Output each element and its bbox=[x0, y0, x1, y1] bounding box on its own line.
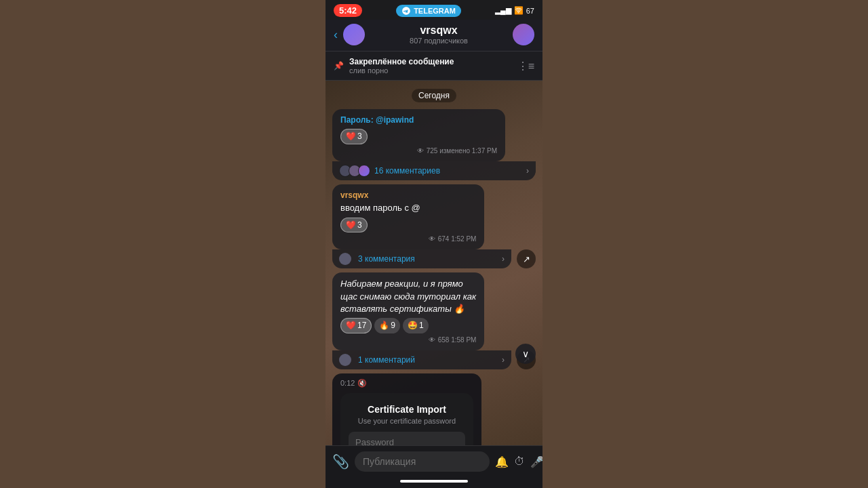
comment-avatar-1c bbox=[358, 165, 370, 177]
reaction-count-3b: 9 bbox=[391, 320, 395, 331]
reaction-heart-1[interactable]: ❤️ 3 bbox=[340, 129, 368, 144]
reaction-count-3c: 1 bbox=[419, 320, 424, 331]
message-bubble-3: Набираем реакции, и я прямо щас снимаю с… bbox=[332, 272, 484, 350]
meta-text-2: 674 1:52 PM bbox=[438, 235, 477, 244]
reaction-star-3[interactable]: 🤩 1 bbox=[403, 318, 429, 333]
input-bar: 📎 🔔 ⏱ 🎤 bbox=[326, 445, 542, 477]
msg-text-3: Набираем реакции, и я прямо щас снимаю с… bbox=[340, 278, 476, 315]
comment-chevron-2: › bbox=[502, 254, 505, 264]
video-message: 0:12 🔇 Certificate Import Use your certi… bbox=[332, 373, 481, 445]
bubble-content-2: vrsqwx вводим пароль с @ ❤️ 3 👁 674 1:52… bbox=[332, 184, 484, 250]
comment-text-1: 16 комментариев bbox=[374, 166, 522, 176]
pin-icon: 📌 bbox=[334, 61, 344, 70]
msg-text-2: вводим пароль с @ bbox=[340, 202, 476, 214]
reactions-1: ❤️ 3 bbox=[340, 129, 497, 144]
signal-icon: ▂▄▆ bbox=[495, 6, 511, 15]
message-3: Набираем реакции, и я прямо щас снимаю с… bbox=[332, 272, 511, 369]
comment-text-3: 1 комментарий bbox=[358, 355, 498, 365]
user-avatar bbox=[513, 24, 534, 45]
msg-sender-2: vrsqwx bbox=[340, 190, 476, 201]
back-button[interactable]: ‹ bbox=[334, 28, 338, 42]
left-background bbox=[0, 0, 326, 488]
chat-header: ‹ vrsqwx 807 подписчиков bbox=[326, 20, 542, 52]
telegram-badge: TELEGRAM bbox=[396, 5, 461, 17]
comments-row-2[interactable]: 3 комментария › bbox=[332, 249, 511, 268]
cert-dialog-subtitle: Use your certificate password bbox=[349, 417, 465, 425]
pinned-message[interactable]: 📌 Закреплённое сообщение слив порно ⋮≡ bbox=[326, 52, 542, 81]
reaction-fire-3[interactable]: 🔥 9 bbox=[374, 318, 400, 333]
message-row-2: vrsqwx вводим пароль с @ ❤️ 3 👁 674 1:52… bbox=[332, 184, 536, 269]
comment-chevron-3: › bbox=[502, 355, 505, 365]
home-indicator bbox=[326, 477, 542, 488]
attach-button[interactable]: 📎 bbox=[332, 453, 349, 470]
status-bar: 5:42 TELEGRAM ▂▄▆ 🛜 67 bbox=[326, 0, 542, 20]
msg-sender-1: Пароль: @ipawind bbox=[340, 115, 497, 126]
comment-chevron-1: › bbox=[526, 166, 529, 176]
telegram-icon bbox=[401, 6, 411, 16]
status-icons: ▂▄▆ 🛜 67 bbox=[495, 6, 534, 15]
notification-icon[interactable]: 🔔 bbox=[495, 455, 509, 468]
message-2: vrsqwx вводим пароль с @ ❤️ 3 👁 674 1:52… bbox=[332, 184, 511, 269]
pinned-text: Закреплённое сообщение слив порно bbox=[349, 57, 512, 75]
meta-text-1: 725 изменено 1:37 PM bbox=[427, 146, 497, 156]
pinned-subtitle: слив порно bbox=[349, 66, 512, 75]
msg-meta-1: 👁 725 изменено 1:37 PM bbox=[340, 146, 497, 156]
subscriber-count: 807 подписчиков bbox=[370, 37, 507, 45]
reaction-count-3a: 17 bbox=[357, 320, 366, 331]
comments-row-1[interactable]: 16 комментариев › bbox=[332, 161, 536, 180]
reaction-heart-2[interactable]: ❤️ 3 bbox=[340, 218, 368, 233]
mic-icon[interactable]: 🎤 bbox=[530, 455, 542, 468]
eye-icon-1: 👁 bbox=[417, 146, 424, 156]
pinned-title: Закреплённое сообщение bbox=[349, 57, 512, 66]
battery-level: 67 bbox=[526, 7, 534, 15]
input-icons: 🔔 ⏱ 🎤 bbox=[495, 455, 542, 468]
msg-meta-2: 👁 674 1:52 PM bbox=[340, 235, 476, 244]
comment-text-2: 3 комментария bbox=[358, 254, 498, 264]
message-input[interactable] bbox=[355, 451, 490, 472]
timer-icon[interactable]: ⏱ bbox=[514, 455, 525, 468]
scroll-down-button[interactable]: ∨ bbox=[515, 344, 536, 364]
reaction-count-2: 3 bbox=[357, 220, 362, 231]
comments-row-3[interactable]: 1 комментарий › bbox=[332, 350, 511, 369]
message-1: Пароль: @ipawind ❤️ 3 👁 725 изменено 1:3… bbox=[332, 109, 536, 180]
chat-background: Сегодня Пароль: @ipawind ❤️ 3 👁 725 изме… bbox=[326, 81, 542, 445]
reaction-count-1: 3 bbox=[357, 131, 362, 142]
channel-avatar bbox=[343, 24, 365, 45]
telegram-label: TELEGRAM bbox=[414, 7, 456, 15]
message-bubble-1: Пароль: @ipawind ❤️ 3 👁 725 изменено 1:3… bbox=[332, 109, 505, 161]
messages-list: Сегодня Пароль: @ipawind ❤️ 3 👁 725 изме… bbox=[326, 81, 542, 445]
reactions-2: ❤️ 3 bbox=[340, 218, 476, 233]
message-row-3: Набираем реакции, и я прямо щас снимаю с… bbox=[332, 272, 536, 369]
reactions-3: ❤️ 17 🔥 9 🤩 1 bbox=[340, 318, 476, 333]
home-bar bbox=[400, 480, 468, 483]
eye-icon-2: 👁 bbox=[429, 235, 435, 244]
bubble-content-3: Набираем реакции, и я прямо щас снимаю с… bbox=[332, 272, 484, 350]
eye-icon-3: 👁 bbox=[429, 336, 435, 345]
forward-button-2[interactable]: ↗ bbox=[517, 249, 536, 268]
status-time: 5:42 bbox=[334, 4, 362, 17]
msg-meta-3: 👁 658 1:58 PM bbox=[340, 336, 476, 345]
right-background bbox=[542, 0, 868, 488]
video-duration: 0:12 bbox=[340, 379, 355, 387]
wifi-icon: 🛜 bbox=[514, 6, 524, 15]
meta-text-3: 658 1:58 PM bbox=[438, 336, 477, 345]
message-bubble-2: vrsqwx вводим пароль с @ ❤️ 3 👁 674 1:52… bbox=[332, 184, 484, 250]
channel-name: vrsqwx bbox=[370, 24, 507, 37]
certificate-import-dialog: Certificate Import Use your certificate … bbox=[340, 393, 473, 445]
phone-screen: 5:42 TELEGRAM ▂▄▆ 🛜 67 ‹ vrsqwx 807 подп… bbox=[326, 0, 542, 488]
comment-avatars-1 bbox=[339, 165, 370, 177]
bubble-content-1: Пароль: @ipawind ❤️ 3 👁 725 изменено 1:3… bbox=[332, 109, 505, 161]
cert-password-input[interactable] bbox=[349, 432, 465, 445]
pinned-more-icon[interactable]: ⋮≡ bbox=[517, 60, 534, 73]
date-divider: Сегодня bbox=[412, 89, 456, 102]
comment-avatar-3 bbox=[339, 354, 351, 366]
comment-avatar-2 bbox=[339, 253, 351, 265]
reaction-heart-3[interactable]: ❤️ 17 bbox=[340, 318, 372, 333]
mute-icon: 🔇 bbox=[357, 379, 367, 388]
cert-dialog-title: Certificate Import bbox=[349, 404, 465, 415]
header-info: vrsqwx 807 подписчиков bbox=[370, 24, 507, 45]
